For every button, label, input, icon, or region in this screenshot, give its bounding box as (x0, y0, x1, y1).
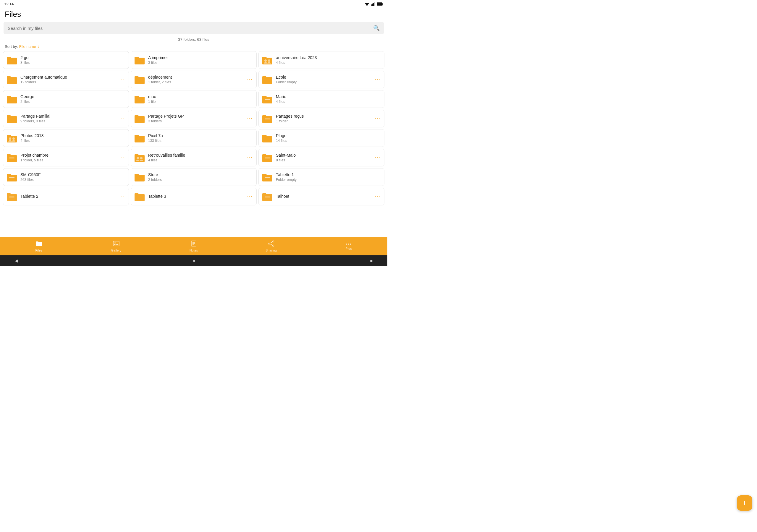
nav-item-plus[interactable]: ••• Plus (340, 242, 357, 250)
folder-menu-button[interactable]: ··· (374, 77, 381, 82)
folder-name: Partages reçus (276, 114, 374, 119)
folder-menu-button[interactable]: ··· (374, 135, 381, 141)
folder-card[interactable]: Chargement automatique 12 folders ··· (3, 71, 129, 88)
recents-button[interactable]: ■ (370, 258, 373, 263)
folder-card[interactable]: mac 1 file ··· (131, 90, 257, 108)
folder-card[interactable]: 2 go 3 files ··· (3, 51, 129, 69)
bottom-nav: Files Gallery Notes (0, 237, 387, 255)
folder-name: Tablette 1 (276, 172, 374, 177)
folder-icon (262, 74, 273, 84)
folder-card[interactable]: Plage 14 files ··· (258, 129, 384, 147)
folder-icon (134, 133, 145, 143)
folder-icon (134, 172, 145, 182)
folder-menu-button[interactable]: ··· (374, 155, 381, 160)
back-button[interactable]: ◀ (15, 258, 18, 263)
folder-menu-button[interactable]: ··· (374, 96, 381, 102)
folder-card[interactable]: anniversaire Léa 2023 4 files ··· (258, 51, 384, 69)
svg-rect-20 (9, 177, 15, 178)
folder-sub: 3 folders (148, 119, 247, 123)
svg-point-31 (273, 245, 274, 247)
folder-menu-button[interactable]: ··· (119, 194, 126, 199)
folder-name: anniversaire Léa 2023 (276, 55, 374, 60)
folder-card[interactable]: Tablette 3 ··· (131, 188, 257, 205)
folder-menu-button[interactable]: ··· (374, 194, 381, 199)
status-bar: 12:14 (0, 0, 387, 8)
nav-item-notes[interactable]: Notes (185, 240, 202, 252)
nav-item-gallery[interactable]: Gallery (107, 240, 125, 252)
folder-menu-button[interactable]: ··· (247, 174, 254, 180)
folder-info: Tablette 2 (20, 194, 119, 199)
folder-info: SM-G950F 263 files (20, 172, 119, 182)
folder-sub: 1 file (148, 100, 247, 104)
sort-arrow-icon[interactable]: ↓ (37, 44, 39, 49)
folder-menu-button[interactable]: ··· (247, 96, 254, 102)
folder-card[interactable]: Retrouvailles famille 4 files ··· (131, 149, 257, 166)
sort-label: Sort by: (5, 44, 18, 49)
nav-item-sharing[interactable]: Sharing (262, 240, 280, 252)
sharing-nav-icon (268, 240, 275, 248)
folder-card[interactable]: Store 2 folders ··· (131, 168, 257, 186)
svg-rect-22 (9, 196, 15, 197)
folder-card[interactable]: Partage Projets GP 3 folders ··· (131, 110, 257, 127)
folder-card[interactable]: Marie 4 files ··· (258, 90, 384, 108)
nav-label-notes: Notes (190, 249, 198, 252)
nav-item-files[interactable]: Files (30, 240, 47, 252)
folder-sub: 4 files (20, 139, 119, 143)
folder-card[interactable]: déplacement 1 folder, 2 files ··· (131, 71, 257, 88)
svg-point-10 (264, 59, 267, 62)
folder-menu-button[interactable]: ··· (119, 174, 126, 180)
folder-menu-button[interactable]: ··· (119, 155, 126, 160)
folder-icon (134, 192, 145, 202)
folder-name: A imprimer (148, 55, 247, 60)
folder-menu-button[interactable]: ··· (247, 135, 254, 141)
folder-card[interactable]: Ecole Folder empty ··· (258, 71, 384, 88)
folder-card[interactable]: A imprimer 3 files ··· (131, 51, 257, 69)
status-time: 12:14 (4, 2, 14, 6)
folder-card[interactable]: SM-G950F 263 files ··· (3, 168, 129, 186)
folder-card[interactable]: Pixel 7a 133 files ··· (131, 129, 257, 147)
folder-name: mac (148, 94, 247, 99)
folder-info: Plage 14 files (276, 133, 374, 143)
folder-menu-button[interactable]: ··· (374, 116, 381, 121)
folder-card[interactable]: Partage Familial 9 folders, 3 files ··· (3, 110, 129, 127)
battery-icon (377, 2, 383, 6)
folder-menu-button[interactable]: ··· (247, 194, 254, 199)
search-bar[interactable]: 🔍 (4, 22, 384, 34)
folder-card[interactable]: Photos 2018 4 files ··· (3, 129, 129, 147)
folder-menu-button[interactable]: ··· (119, 116, 126, 121)
folder-menu-button[interactable]: ··· (247, 57, 254, 63)
svg-rect-9 (377, 3, 382, 5)
folder-card[interactable]: Projet chambre 1 folder, 5 files ··· (3, 149, 129, 166)
folder-name: Ecole (276, 75, 374, 79)
folder-menu-button[interactable]: ··· (119, 96, 126, 102)
folder-menu-button[interactable]: ··· (374, 174, 381, 180)
folder-card[interactable]: Tablette 1 Folder empty ··· (258, 168, 384, 186)
folder-icon (6, 94, 17, 104)
sort-value[interactable]: File name (19, 44, 36, 49)
folder-info: Marie 4 files (276, 94, 374, 104)
folder-card[interactable]: Partages reçus 1 folder ··· (258, 110, 384, 127)
folder-menu-button[interactable]: ··· (119, 135, 126, 141)
folder-icon (262, 172, 273, 182)
folder-icon (6, 192, 17, 202)
folder-info: 2 go 3 files (20, 55, 119, 65)
folder-card[interactable]: Talhoet ··· (258, 188, 384, 205)
search-icon[interactable]: 🔍 (373, 25, 380, 31)
page-title: Files (0, 8, 387, 22)
folder-menu-button[interactable]: ··· (374, 57, 381, 63)
folder-card[interactable]: Tablette 2 ··· (3, 188, 129, 205)
folder-info: anniversaire Léa 2023 4 files (276, 55, 374, 65)
folder-card[interactable]: Saint-Malo 8 files ··· (258, 149, 384, 166)
folder-menu-button[interactable]: ··· (247, 77, 254, 82)
folder-menu-button[interactable]: ··· (247, 155, 254, 160)
folder-icon (262, 192, 273, 202)
folder-menu-button[interactable]: ··· (119, 57, 126, 63)
folder-sub: 1 folder, 5 files (20, 158, 119, 162)
folder-info: Tablette 3 (148, 194, 247, 199)
folder-menu-button[interactable]: ··· (247, 116, 254, 121)
folder-menu-button[interactable]: ··· (119, 77, 126, 82)
home-button[interactable]: ● (193, 258, 195, 263)
folder-card[interactable]: George 2 files ··· (3, 90, 129, 108)
search-input[interactable] (8, 26, 373, 31)
svg-line-34 (270, 244, 273, 245)
